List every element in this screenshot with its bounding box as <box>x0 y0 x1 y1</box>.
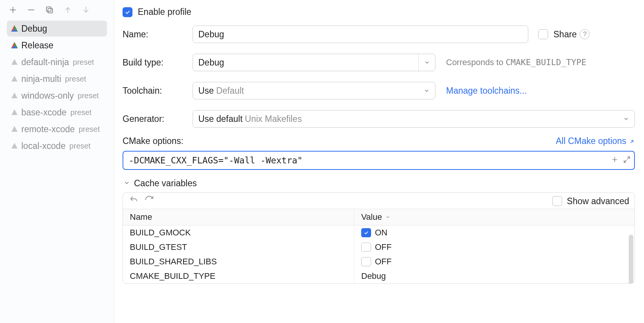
cmake-profile-icon <box>11 109 18 116</box>
cache-variables-header[interactable]: Cache variables <box>123 178 635 189</box>
build-type-value: Debug <box>198 58 224 68</box>
table-row[interactable]: BUILD_GMOCKON <box>123 225 634 240</box>
toolchain-label: Toolchain: <box>123 86 193 96</box>
chevron-down-icon <box>123 178 130 189</box>
cache-var-name: BUILD_GTEST <box>123 240 354 254</box>
profile-item[interactable]: base-xcodepreset <box>7 104 107 120</box>
build-type-label: Build type: <box>123 58 193 68</box>
profile-name: base-xcode <box>21 107 67 118</box>
cache-value-text: ON <box>375 228 387 238</box>
profile-name: remote-xcode <box>21 124 75 134</box>
toolchain-select[interactable]: Use Default <box>193 82 435 99</box>
generator-select[interactable]: Use default Unix Makefiles <box>193 110 635 128</box>
svg-marker-14 <box>11 126 18 132</box>
generator-prefix: Use default <box>198 114 242 124</box>
profile-item[interactable]: Debug <box>7 21 107 37</box>
svg-marker-12 <box>11 93 18 98</box>
svg-marker-10 <box>11 59 18 65</box>
enable-profile-label: Enable profile <box>138 7 191 17</box>
table-row[interactable]: BUILD_GTESTOFF <box>123 240 634 254</box>
preset-suffix: preset <box>70 108 92 117</box>
reload-cache-button[interactable] <box>144 195 154 207</box>
column-value[interactable]: Value <box>354 209 634 225</box>
cache-value-checkbox[interactable] <box>361 228 371 237</box>
add-profile-button[interactable] <box>7 4 19 16</box>
share-label: Share <box>553 29 577 40</box>
profile-item[interactable]: windows-onlypreset <box>7 88 107 104</box>
cache-value-checkbox[interactable] <box>361 257 371 266</box>
table-row[interactable]: CMAKE_BUILD_TYPEDebug <box>123 269 634 283</box>
name-label: Name: <box>123 29 193 40</box>
share-checkbox[interactable] <box>538 29 548 39</box>
profile-item[interactable]: Release <box>7 37 107 53</box>
sort-indicator-icon <box>385 212 391 222</box>
cmake-profile-icon <box>11 42 18 49</box>
svg-rect-1 <box>46 7 51 11</box>
profile-item[interactable]: local-xcodepreset <box>7 138 107 154</box>
copy-profile-button[interactable] <box>43 4 56 16</box>
move-down-button[interactable] <box>80 4 92 16</box>
all-cmake-options-link[interactable]: All CMake options <box>556 136 635 146</box>
profile-name: local-xcode <box>21 141 65 151</box>
cmake-options-input[interactable]: -DCMAKE_CXX_FLAGS="-Wall -Wextra" <box>123 151 635 170</box>
name-input[interactable]: Debug <box>193 26 528 43</box>
table-row[interactable]: BUILD_SHARED_LIBSOFF <box>123 254 634 269</box>
profile-item[interactable]: remote-xcodepreset <box>7 121 107 137</box>
column-name[interactable]: Name <box>123 209 354 225</box>
cache-variables-box: Show advanced Name Value BUILD_GMOCKONBU… <box>123 192 635 284</box>
toolchain-value: Default <box>216 86 244 96</box>
profiles-sidebar: DebugReleasedefault-ninjapresetninja-mul… <box>0 0 114 323</box>
chevron-down-icon <box>618 110 634 127</box>
preset-suffix: preset <box>65 75 86 83</box>
generator-value: Unix Makefiles <box>245 114 302 124</box>
profile-name: Debug <box>21 24 47 34</box>
generator-label: Generator: <box>123 114 193 124</box>
share-help-icon[interactable]: ? <box>580 29 590 39</box>
preset-suffix: preset <box>79 125 100 134</box>
name-value: Debug <box>198 29 224 40</box>
move-up-button[interactable] <box>62 4 74 16</box>
enable-profile-checkbox[interactable] <box>123 7 132 17</box>
preset-suffix: preset <box>73 58 94 67</box>
cache-var-name: CMAKE_BUILD_TYPE <box>123 269 354 283</box>
chevron-down-icon <box>418 54 435 71</box>
insert-macro-icon[interactable] <box>611 155 619 166</box>
profile-item[interactable]: ninja-multipreset <box>7 71 107 87</box>
cmake-profile-icon <box>11 58 18 66</box>
cmake-profile-icon <box>11 75 18 83</box>
cache-value-text: OFF <box>375 242 392 252</box>
build-type-hint: Corresponds to CMAKE_BUILD_TYPE <box>446 58 586 67</box>
cmake-profile-icon <box>11 92 18 99</box>
show-advanced-checkbox[interactable] <box>552 196 562 206</box>
cache-value-checkbox[interactable] <box>361 243 371 252</box>
cmake-options-label: CMake options: <box>123 136 183 146</box>
profile-settings-panel: Enable profile Name: Debug Share ? Build… <box>114 0 644 323</box>
profile-item[interactable]: default-ninjapreset <box>7 54 107 70</box>
show-advanced-label: Show advanced <box>567 196 629 206</box>
svg-rect-0 <box>48 8 53 13</box>
cache-value-text: Debug <box>361 271 386 281</box>
scrollbar[interactable] <box>629 235 633 284</box>
cmake-profile-icon <box>11 142 18 150</box>
profile-name: ninja-multi <box>21 74 61 84</box>
cmake-profile-icon <box>11 125 18 133</box>
cmake-options-value: -DCMAKE_CXX_FLAGS="-Wall -Wextra" <box>129 155 303 165</box>
svg-marker-15 <box>11 143 18 149</box>
preset-suffix: preset <box>78 91 99 100</box>
reset-cache-button[interactable] <box>129 195 139 207</box>
profiles-toolbar <box>0 0 114 19</box>
cmake-profile-icon <box>11 25 18 32</box>
chevron-down-icon <box>418 82 435 99</box>
cache-value-text: OFF <box>375 257 392 267</box>
cache-var-name: BUILD_GMOCK <box>123 225 354 240</box>
build-type-select[interactable]: Debug <box>193 54 435 71</box>
cache-table-header: Name Value <box>123 209 634 225</box>
cache-table-body: BUILD_GMOCKONBUILD_GTESTOFFBUILD_SHARED_… <box>123 225 634 283</box>
preset-suffix: preset <box>69 142 91 150</box>
toolchain-prefix: Use <box>198 86 214 96</box>
svg-marker-13 <box>11 109 18 115</box>
remove-profile-button[interactable] <box>25 4 37 16</box>
profile-name: Release <box>21 40 53 51</box>
manage-toolchains-link[interactable]: Manage toolchains... <box>446 86 527 96</box>
expand-editor-icon[interactable] <box>623 155 631 166</box>
